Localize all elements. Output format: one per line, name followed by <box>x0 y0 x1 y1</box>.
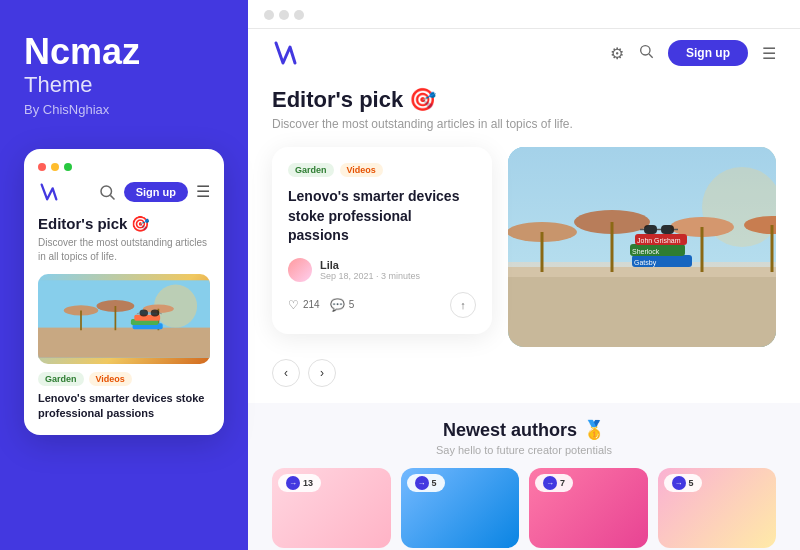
mobile-editors-pick-title: Editor's pick 🎯 <box>38 215 210 233</box>
hamburger-icon[interactable]: ☰ <box>762 44 776 63</box>
mobile-article-title: Lenovo's smarter devices stoke professio… <box>38 391 210 422</box>
tag-videos: Videos <box>89 372 132 386</box>
comments-count: 5 <box>349 299 355 310</box>
likes-stat: ♡ 214 <box>288 298 320 312</box>
desktop-content: ⚙ Sign up ☰ Editor's pick 🎯 Discover the… <box>248 29 800 550</box>
author-info: Lila Sep 18, 2021 · 3 minutes <box>320 259 420 281</box>
browser-dot-2 <box>279 10 289 20</box>
window-dots <box>38 163 210 171</box>
author-card-1[interactable]: → 13 <box>272 468 391 548</box>
svg-point-15 <box>151 309 160 316</box>
author-badge-3: → 7 <box>535 474 573 492</box>
badge-arrow-icon-4: → <box>672 476 686 490</box>
mobile-logo-icon <box>38 181 60 203</box>
svg-text:John Grisham: John Grisham <box>637 237 681 244</box>
article-tag-garden: Garden <box>288 163 334 177</box>
desktop-logo-icon <box>272 39 300 67</box>
badge-arrow-icon: → <box>286 476 300 490</box>
brand-subtitle: Theme <box>24 72 224 98</box>
author-avatar <box>288 258 312 282</box>
author-card-4[interactable]: → 5 <box>658 468 777 548</box>
mobile-article-tags: Garden Videos <box>38 372 210 386</box>
authors-desc: Say hello to future creator potentials <box>272 444 776 456</box>
beach-image-bg: Gatsby Sherlock John Grisham <box>508 147 776 347</box>
svg-text:Gatsby: Gatsby <box>634 259 657 267</box>
mobile-hamburger-icon[interactable]: ☰ <box>196 182 210 201</box>
desktop-logo <box>272 39 300 67</box>
brand-by: By ChisNghiax <box>24 102 224 117</box>
author-name: Lila <box>320 259 420 271</box>
svg-line-1 <box>110 195 114 199</box>
svg-point-19 <box>641 46 650 55</box>
likes-count: 214 <box>303 299 320 310</box>
comments-stat: 💬 5 <box>330 298 355 312</box>
article-stats: ♡ 214 💬 5 ↑ <box>288 292 476 318</box>
search-icon[interactable] <box>638 43 654 63</box>
desktop-nav-right: ⚙ Sign up ☰ <box>610 40 776 66</box>
nav-arrows: ‹ › <box>272 359 776 387</box>
mobile-signup-button[interactable]: Sign up <box>124 182 188 202</box>
editors-pick-heading: Editor's pick 🎯 <box>272 87 776 113</box>
left-panel: Ncmaz Theme By ChisNghiax Sign up ☰ <box>0 0 248 550</box>
article-card-title: Lenovo's smarter devices stoke professio… <box>288 187 476 246</box>
badge-arrow-icon-2: → <box>415 476 429 490</box>
authors-grid: → 13 → 5 → 7 <box>272 468 776 548</box>
editors-pick-desc: Discover the most outstanding articles i… <box>272 117 776 131</box>
save-button[interactable]: ↑ <box>450 292 476 318</box>
svg-rect-22 <box>508 267 776 347</box>
svg-text:Sherlock: Sherlock <box>632 248 660 255</box>
article-hero-image: Gatsby Sherlock John Grisham <box>508 147 776 347</box>
article-area: Garden Videos Lenovo's smarter devices s… <box>272 147 776 347</box>
beach-svg <box>38 274 210 364</box>
right-panel: ⚙ Sign up ☰ Editor's pick 🎯 Discover the… <box>248 0 800 550</box>
article-card-tags: Garden Videos <box>288 163 476 177</box>
beach-scene-svg: Gatsby Sherlock John Grisham <box>508 147 776 347</box>
article-stats-left: ♡ 214 💬 5 <box>288 298 354 312</box>
article-author: Lila Sep 18, 2021 · 3 minutes <box>288 258 476 282</box>
comment-icon: 💬 <box>330 298 345 312</box>
editors-section: Editor's pick 🎯 Discover the most outsta… <box>248 77 800 403</box>
dot-yellow <box>51 163 59 171</box>
settings-icon[interactable]: ⚙ <box>610 44 624 63</box>
desktop-signup-button[interactable]: Sign up <box>668 40 748 66</box>
prev-arrow-button[interactable]: ‹ <box>272 359 300 387</box>
authors-section: Newest authors 🥇 Say hello to future cre… <box>248 403 800 550</box>
author-badge-1: → 13 <box>278 474 321 492</box>
browser-dots <box>264 10 784 28</box>
mobile-logo <box>38 181 60 203</box>
author-date: Sep 18, 2021 · 3 minutes <box>320 271 420 281</box>
mobile-article-image <box>38 274 210 364</box>
browser-dot-1 <box>264 10 274 20</box>
svg-point-14 <box>139 309 148 316</box>
mobile-search-icon[interactable] <box>98 183 116 201</box>
svg-rect-3 <box>38 327 210 357</box>
svg-rect-41 <box>661 225 674 234</box>
mobile-nav-right: Sign up ☰ <box>98 182 210 202</box>
browser-dot-3 <box>294 10 304 20</box>
heart-icon: ♡ <box>288 298 299 312</box>
article-tag-videos: Videos <box>340 163 383 177</box>
dot-green <box>64 163 72 171</box>
dot-red <box>38 163 46 171</box>
next-arrow-button[interactable]: › <box>308 359 336 387</box>
author-badge-4: → 5 <box>664 474 702 492</box>
author-card-2[interactable]: → 5 <box>401 468 520 548</box>
tag-garden: Garden <box>38 372 84 386</box>
brand-name: Ncmaz <box>24 32 224 72</box>
browser-top-bar <box>248 0 800 29</box>
mobile-preview-card: Sign up ☰ Editor's pick 🎯 Discover the m… <box>24 149 224 436</box>
svg-point-0 <box>101 186 112 197</box>
mobile-nav: Sign up ☰ <box>38 181 210 203</box>
mobile-editors-desc: Discover the most outstanding articles i… <box>38 236 210 264</box>
article-card: Garden Videos Lenovo's smarter devices s… <box>272 147 492 334</box>
authors-heading: Newest authors 🥇 <box>272 419 776 441</box>
desktop-nav: ⚙ Sign up ☰ <box>248 29 800 77</box>
badge-arrow-icon-3: → <box>543 476 557 490</box>
author-badge-2: → 5 <box>407 474 445 492</box>
svg-rect-40 <box>644 225 657 234</box>
svg-line-20 <box>649 54 653 58</box>
author-card-3[interactable]: → 7 <box>529 468 648 548</box>
